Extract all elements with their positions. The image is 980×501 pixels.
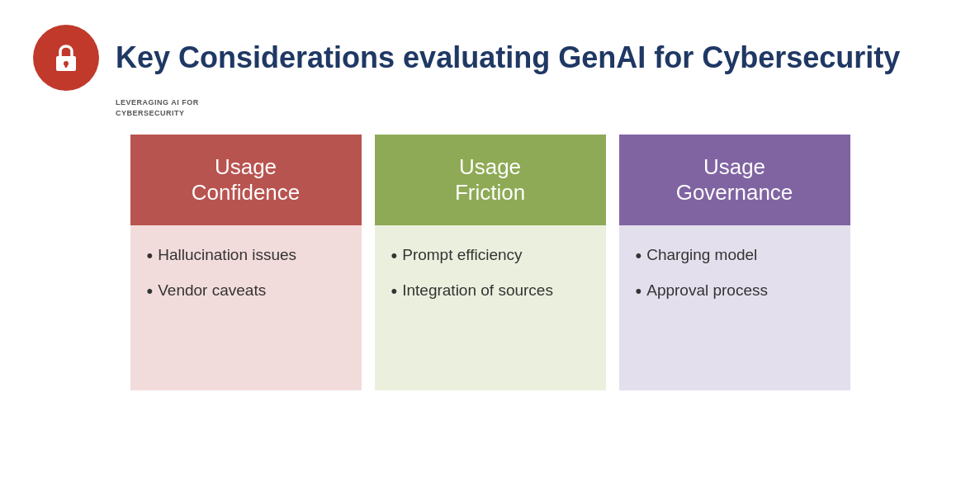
card-friction-title: UsageFriction	[455, 154, 525, 206]
card-confidence: UsageConfidence Hallucination issues Ven…	[130, 135, 362, 390]
cards-container: UsageConfidence Hallucination issues Ven…	[33, 135, 947, 390]
subtitle: LEVERAGING AI FOR CYBERSECURITY	[116, 97, 947, 118]
card-confidence-title: UsageConfidence	[192, 154, 301, 206]
card-governance-body: Charging model Approval process	[619, 225, 850, 390]
header: Key Considerations evaluating GenAI for …	[33, 25, 947, 91]
card-governance: UsageGovernance Charging model Approval …	[619, 135, 850, 390]
svg-rect-2	[65, 64, 68, 68]
card-friction: UsageFriction Prompt efficiency Integrat…	[375, 135, 606, 390]
governance-bullet-1: Charging model	[636, 245, 834, 267]
card-governance-header: UsageGovernance	[619, 135, 850, 225]
confidence-bullet-2: Vendor caveats	[147, 281, 345, 302]
governance-bullet-2: Approval process	[636, 281, 834, 302]
friction-bullet-1: Prompt efficiency	[391, 245, 589, 267]
page-title: Key Considerations evaluating GenAI for …	[116, 40, 900, 75]
lock-circle-icon	[33, 25, 99, 91]
card-confidence-header: UsageConfidence	[130, 135, 362, 225]
card-governance-title: UsageGovernance	[676, 154, 793, 206]
card-friction-header: UsageFriction	[375, 135, 606, 225]
friction-bullet-2: Integration of sources	[391, 281, 589, 302]
lock-icon	[49, 40, 83, 75]
confidence-bullet-1: Hallucination issues	[147, 245, 345, 267]
card-confidence-body: Hallucination issues Vendor caveats	[130, 225, 362, 390]
page-container: Key Considerations evaluating GenAI for …	[0, 0, 980, 501]
card-friction-body: Prompt efficiency Integration of sources	[375, 225, 606, 390]
